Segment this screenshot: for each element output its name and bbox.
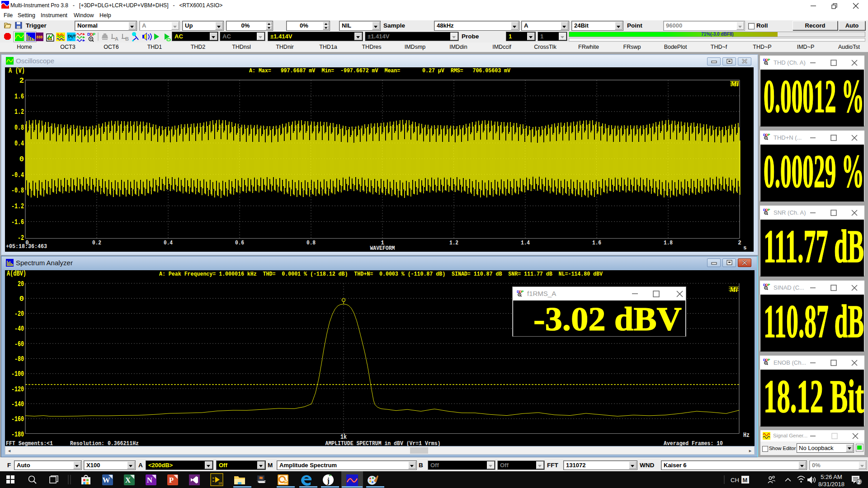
svg-text:M: M bbox=[743, 477, 748, 483]
svg-text:j: j bbox=[326, 476, 330, 485]
svg-text:W: W bbox=[103, 476, 110, 484]
svg-text:CH: CH bbox=[731, 477, 739, 483]
svg-text:P: P bbox=[169, 476, 174, 484]
svg-text:5:26 AM: 5:26 AM bbox=[821, 474, 842, 480]
svg-text:N: N bbox=[147, 476, 153, 484]
svg-text:2: 2 bbox=[858, 479, 860, 485]
svg-text:X: X bbox=[125, 476, 131, 484]
svg-text:8/31/2018: 8/31/2018 bbox=[818, 481, 844, 488]
svg-text:16: 16 bbox=[218, 482, 222, 485]
